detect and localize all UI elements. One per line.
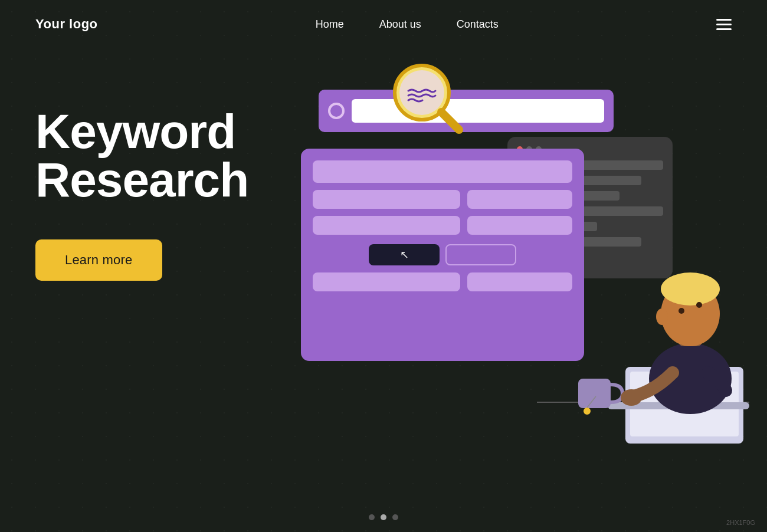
hamburger-line-3 bbox=[716, 28, 732, 30]
panel-item-3 bbox=[313, 216, 460, 235]
svg-point-13 bbox=[661, 272, 720, 306]
slide-dot-2[interactable] bbox=[381, 514, 386, 520]
logo: Your logo bbox=[35, 17, 98, 32]
panel-item-5 bbox=[313, 272, 460, 291]
panel-outline-button bbox=[445, 244, 516, 265]
svg-point-1 bbox=[399, 70, 444, 115]
nav: Home About us Contacts bbox=[316, 18, 499, 31]
svg-line-2 bbox=[441, 112, 459, 130]
nav-contacts[interactable]: Contacts bbox=[457, 18, 499, 31]
hero-left: Keyword Research Learn more bbox=[35, 84, 283, 281]
nav-home[interactable]: Home bbox=[316, 18, 344, 31]
header: Your logo Home About us Contacts bbox=[0, 0, 767, 48]
panel-dark-button: ↖ bbox=[369, 244, 440, 265]
hamburger-menu[interactable] bbox=[716, 19, 732, 30]
svg-rect-7 bbox=[578, 379, 611, 408]
svg-point-16 bbox=[696, 302, 702, 308]
learn-more-button[interactable]: Learn more bbox=[35, 239, 162, 281]
hero-title: Keyword Research bbox=[35, 107, 283, 204]
hamburger-line-2 bbox=[716, 24, 732, 25]
panel-item-1 bbox=[313, 190, 460, 209]
hero-title-line1: Keyword bbox=[35, 104, 235, 158]
person-illustration bbox=[519, 196, 743, 444]
svg-point-8 bbox=[584, 408, 591, 415]
svg-point-14 bbox=[656, 308, 668, 325]
hero-illustration: ↖ bbox=[283, 72, 732, 473]
nav-about[interactable]: About us bbox=[379, 18, 421, 31]
magnifier-icon bbox=[389, 60, 466, 137]
svg-point-15 bbox=[678, 308, 684, 314]
slide-dots bbox=[369, 514, 398, 520]
slide-dot-3[interactable] bbox=[392, 514, 398, 520]
cursor-icon: ↖ bbox=[400, 248, 409, 261]
watermark: 2HX1F0G bbox=[726, 519, 755, 526]
hero-section: Keyword Research Learn more bbox=[0, 48, 767, 527]
hero-title-line2: Research bbox=[35, 153, 248, 206]
svg-point-17 bbox=[621, 389, 642, 406]
search-circle-icon bbox=[328, 103, 345, 119]
slide-dot-1[interactable] bbox=[369, 514, 375, 520]
search-panel bbox=[319, 90, 614, 132]
hamburger-line-1 bbox=[716, 19, 732, 21]
panel-search-input bbox=[313, 160, 572, 183]
